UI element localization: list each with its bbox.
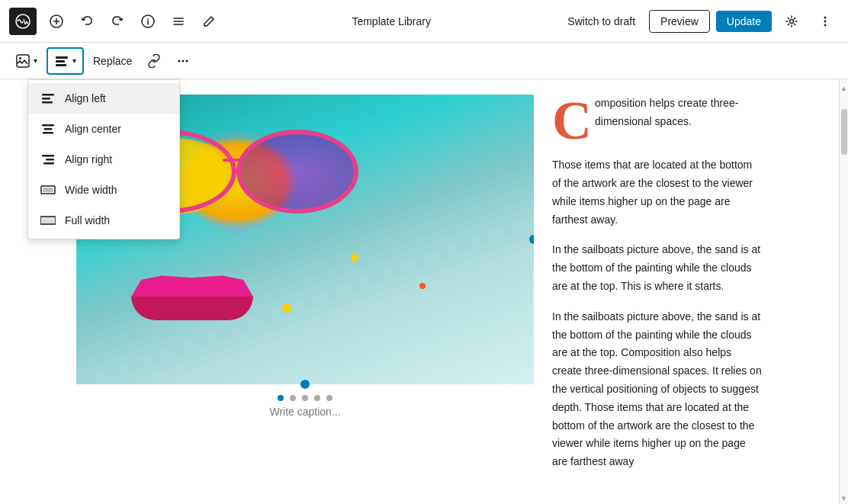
toolbar-icons bbox=[43, 8, 223, 35]
top-bar: Template Library Switch to draft Preview… bbox=[0, 0, 848, 43]
svg-rect-18 bbox=[42, 124, 54, 127]
svg-rect-23 bbox=[43, 162, 54, 165]
svg-rect-10 bbox=[56, 60, 65, 63]
svg-rect-9 bbox=[56, 56, 68, 59]
svg-rect-16 bbox=[42, 98, 50, 100]
align-right-item[interactable]: Align right bbox=[28, 144, 179, 175]
edit-button[interactable] bbox=[195, 8, 223, 35]
svg-point-8 bbox=[19, 57, 21, 59]
align-left-item[interactable]: Align left bbox=[28, 83, 179, 114]
update-button[interactable]: Update bbox=[716, 11, 772, 32]
resize-handle-bottom[interactable] bbox=[300, 380, 310, 389]
paragraph-3-start: In the sailboats picture above, the sand… bbox=[552, 308, 763, 471]
align-right-label: Align right bbox=[65, 153, 112, 165]
add-block-button[interactable] bbox=[43, 8, 70, 35]
right-column: C omposition helps create three-dimensio… bbox=[552, 95, 763, 483]
svg-rect-15 bbox=[42, 94, 54, 96]
svg-point-12 bbox=[178, 59, 181, 62]
image-dots bbox=[76, 395, 534, 401]
align-chevron: ▾ bbox=[72, 56, 76, 65]
svg-rect-19 bbox=[44, 128, 53, 130]
intro-paragraph: C omposition helps create three-dimensio… bbox=[552, 95, 763, 131]
scroll-thumb[interactable] bbox=[841, 109, 847, 155]
align-button[interactable]: ▾ bbox=[47, 47, 84, 75]
scroll-up-arrow[interactable]: ▲ bbox=[840, 82, 848, 94]
svg-point-13 bbox=[182, 59, 185, 62]
image-caption[interactable]: Write caption... bbox=[76, 406, 534, 418]
dot-2[interactable] bbox=[290, 395, 296, 401]
image-type-chevron: ▾ bbox=[34, 56, 37, 65]
paragraph-1: Those items that are located at the bott… bbox=[552, 156, 763, 229]
switch-draft-button[interactable]: Switch to draft bbox=[560, 11, 643, 32]
svg-rect-20 bbox=[43, 132, 53, 134]
align-right-icon bbox=[39, 150, 57, 169]
link-button[interactable] bbox=[141, 47, 167, 75]
resize-handle-right[interactable] bbox=[529, 235, 534, 244]
paragraph-2: In the sailboats picture above, the sand… bbox=[552, 241, 763, 295]
svg-rect-17 bbox=[42, 101, 53, 104]
list-view-button[interactable] bbox=[165, 8, 192, 35]
scrollbar[interactable]: ▲ ▼ bbox=[839, 79, 848, 504]
drop-cap-letter: C bbox=[552, 98, 592, 144]
info-button[interactable] bbox=[134, 8, 162, 35]
svg-rect-7 bbox=[17, 55, 29, 67]
svg-rect-21 bbox=[42, 155, 54, 157]
dot-5[interactable] bbox=[326, 395, 332, 401]
top-bar-right: Switch to draft Preview Update bbox=[560, 8, 839, 35]
image-type-button[interactable]: ▾ bbox=[9, 47, 43, 75]
preview-button[interactable]: Preview bbox=[649, 10, 710, 33]
svg-rect-22 bbox=[46, 159, 54, 161]
svg-rect-25 bbox=[43, 188, 53, 192]
align-dropdown: Align left Align center Align right Wide… bbox=[27, 79, 180, 239]
wide-width-item[interactable]: Wide width bbox=[28, 175, 179, 205]
align-left-icon bbox=[39, 89, 57, 108]
replace-button[interactable]: Replace bbox=[87, 47, 138, 75]
full-width-item[interactable]: Full width bbox=[28, 205, 179, 236]
dot-1[interactable] bbox=[278, 395, 284, 401]
svg-point-4 bbox=[824, 16, 827, 18]
wide-width-label: Wide width bbox=[65, 184, 117, 196]
undo-button[interactable] bbox=[73, 8, 101, 35]
redo-button[interactable] bbox=[104, 8, 131, 35]
svg-point-3 bbox=[790, 19, 794, 23]
svg-point-6 bbox=[824, 24, 827, 26]
svg-rect-26 bbox=[40, 217, 56, 224]
full-width-icon bbox=[39, 211, 57, 230]
align-left-label: Align left bbox=[65, 92, 106, 104]
wide-width-icon bbox=[39, 181, 57, 199]
document-title: Template Library bbox=[223, 15, 560, 27]
scroll-down-arrow[interactable]: ▼ bbox=[840, 493, 848, 504]
settings-button[interactable] bbox=[778, 8, 805, 35]
wordpress-logo[interactable] bbox=[9, 8, 37, 35]
svg-rect-11 bbox=[56, 64, 66, 66]
align-center-label: Align center bbox=[65, 123, 121, 135]
dot-3[interactable] bbox=[302, 395, 308, 401]
align-center-icon bbox=[39, 120, 57, 138]
svg-point-14 bbox=[186, 59, 188, 62]
full-width-label: Full width bbox=[65, 214, 110, 226]
scroll-track[interactable] bbox=[840, 94, 848, 493]
more-block-options-button[interactable] bbox=[170, 47, 196, 75]
intro-text: omposition helps create three-dimensiona… bbox=[595, 97, 738, 127]
svg-point-5 bbox=[824, 20, 827, 22]
block-toolbar: ▾ ▾ Replace Align left Align center Ali bbox=[0, 43, 848, 79]
more-options-button[interactable] bbox=[811, 8, 839, 35]
dot-4[interactable] bbox=[314, 395, 320, 401]
align-center-item[interactable]: Align center bbox=[28, 114, 179, 144]
